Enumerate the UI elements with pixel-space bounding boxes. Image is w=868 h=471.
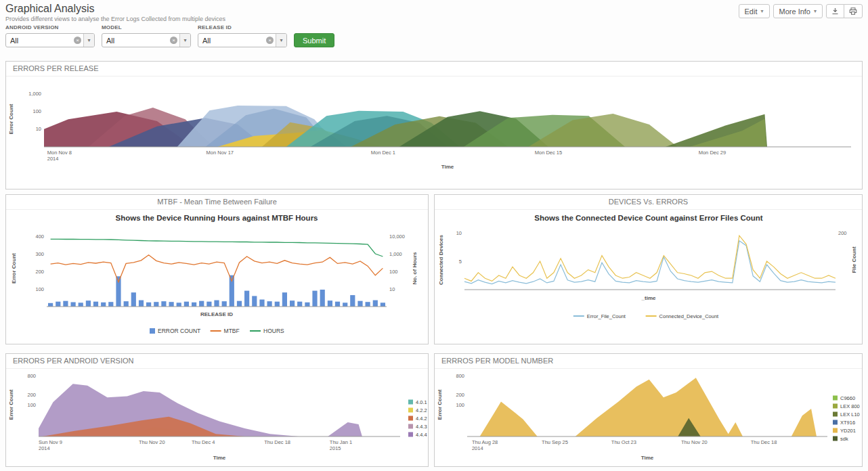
download-icon: [831, 7, 839, 15]
svg-text:2014: 2014: [472, 445, 483, 451]
android-version-select[interactable]: All × ▾: [5, 33, 95, 47]
svg-text:Time: Time: [213, 455, 226, 461]
svg-text:Thu Aug 28: Thu Aug 28: [472, 439, 498, 445]
svg-text:800: 800: [27, 373, 36, 379]
release-id-label: RELEASE ID: [198, 24, 287, 30]
panel-title-errors-per-model-number: ERRROS PER MODEL NUMBER: [435, 354, 862, 369]
panel-title-errors-per-android-version: ERRORS PER ANDROID VERSION: [6, 354, 428, 369]
toolbar: Edit ▾ More Info ▾: [739, 4, 863, 18]
chevron-down-icon[interactable]: ▾: [276, 34, 286, 47]
page-subtitle: Provides different views to analyse the …: [5, 16, 225, 22]
svg-text:10: 10: [456, 230, 462, 236]
export-button-group: [826, 4, 863, 18]
svg-text:Error Count: Error Count: [11, 253, 17, 284]
svg-text:4.4.2: 4.4.2: [416, 416, 427, 422]
edit-button[interactable]: Edit ▾: [739, 4, 770, 18]
svg-text:Mon Nov 8: Mon Nov 8: [47, 150, 72, 156]
svg-text:Thu Dec 18: Thu Dec 18: [751, 439, 777, 445]
submit-button[interactable]: Submit: [294, 33, 334, 47]
svg-text:Thu Dec 18: Thu Dec 18: [264, 439, 290, 445]
android-version-label: ANDROID VERSION: [5, 24, 95, 30]
svg-text:ERROR COUNT: ERROR COUNT: [158, 328, 200, 334]
svg-text:1,000: 1,000: [28, 91, 41, 97]
svg-text:300: 300: [35, 251, 44, 257]
mtbf-chart: Shows the Device Running Hours against M…: [6, 210, 428, 344]
svg-text:YD201: YD201: [840, 428, 856, 434]
svg-text:Thu Jan 1: Thu Jan 1: [330, 439, 352, 445]
svg-text:10,000: 10,000: [389, 233, 405, 240]
svg-text:_time: _time: [641, 295, 656, 301]
panel-title-mtbf: MTBF - Mean Time Between Failure: [6, 195, 428, 210]
svg-text:Mon Nov 17: Mon Nov 17: [207, 150, 234, 156]
model-select[interactable]: All × ▾: [102, 33, 191, 47]
svg-text:Connected Devices: Connected Devices: [438, 235, 444, 285]
svg-text:Error Count: Error Count: [8, 389, 14, 420]
svg-text:RELEASE ID: RELEASE ID: [200, 311, 233, 317]
release-id-value: All: [198, 37, 266, 45]
download-button[interactable]: [826, 4, 844, 18]
svg-text:Shows the Device Running Hours: Shows the Device Running Hours against M…: [115, 214, 318, 222]
clear-icon[interactable]: ×: [74, 37, 81, 44]
panel-title-devices-vs-errors: DEVICES Vs. ERRORS: [435, 195, 862, 210]
svg-text:4.0.1: 4.0.1: [416, 399, 427, 405]
svg-text:4.2.2: 4.2.2: [416, 407, 427, 413]
svg-text:XT916: XT916: [840, 420, 855, 426]
android-version-value: All: [6, 37, 74, 45]
svg-text:5: 5: [459, 259, 462, 265]
svg-text:Thu Nov 20: Thu Nov 20: [681, 439, 708, 445]
svg-text:sdk: sdk: [840, 436, 848, 442]
svg-text:100: 100: [32, 108, 41, 114]
clear-icon[interactable]: ×: [266, 37, 274, 44]
svg-text:200: 200: [35, 269, 44, 275]
edit-button-label: Edit: [745, 7, 758, 16]
svg-text:10: 10: [389, 286, 395, 292]
svg-text:Sun Nov 9: Sun Nov 9: [39, 439, 62, 445]
caret-down-icon: ▾: [814, 8, 817, 14]
svg-text:100: 100: [27, 402, 36, 408]
svg-text:C9660: C9660: [840, 395, 855, 401]
svg-text:No. of Hours: No. of Hours: [412, 252, 418, 285]
svg-text:Shows the Connected Device Cou: Shows the Connected Device Count against…: [534, 214, 763, 222]
svg-text:HOURS: HOURS: [263, 328, 284, 334]
svg-text:Time: Time: [441, 164, 454, 170]
page-title: Graphical Analysis: [5, 3, 225, 15]
chevron-down-icon[interactable]: ▾: [179, 34, 190, 47]
panel-mtbf: MTBF - Mean Time Between Failure Shows t…: [5, 194, 429, 344]
svg-text:Thu Oct 23: Thu Oct 23: [611, 439, 636, 445]
print-icon: [849, 7, 857, 15]
panel-devices-vs-errors: DEVICES Vs. ERRORS Shows the Connected D…: [434, 194, 863, 344]
svg-text:100: 100: [389, 269, 398, 275]
svg-text:100: 100: [35, 286, 44, 292]
svg-text:1,000: 1,000: [389, 251, 402, 257]
svg-text:Mon Dec 15: Mon Dec 15: [535, 150, 562, 156]
svg-text:4.4.4: 4.4.4: [416, 432, 427, 438]
svg-text:200: 200: [456, 392, 464, 398]
svg-text:Time: Time: [641, 455, 654, 461]
svg-text:100: 100: [456, 402, 464, 408]
svg-text:200: 200: [838, 230, 847, 236]
svg-text:LEX 800: LEX 800: [840, 403, 860, 409]
errors-per-model-number-chart: 800200100Thu Aug 282014Thu Sep 25Thu Oct…: [435, 369, 862, 466]
svg-text:400: 400: [35, 233, 44, 240]
svg-text:Thu Dec 4: Thu Dec 4: [192, 439, 215, 445]
svg-text:Thu Sep 25: Thu Sep 25: [542, 439, 568, 445]
svg-text:Thu Nov 20: Thu Nov 20: [139, 439, 165, 445]
panel-errors-per-android-version: ERRORS PER ANDROID VERSION 800200100Sun …: [5, 353, 429, 467]
svg-text:800: 800: [456, 373, 464, 379]
svg-text:2015: 2015: [330, 445, 341, 451]
svg-text:Error Count: Error Count: [8, 104, 14, 134]
svg-text:4.4.3: 4.4.3: [416, 424, 427, 430]
more-info-button[interactable]: More Info ▾: [773, 4, 823, 18]
svg-text:Connected_Device_Count: Connected_Device_Count: [659, 313, 719, 319]
release-id-select[interactable]: All × ▾: [198, 33, 287, 47]
svg-text:Error Count: Error Count: [437, 389, 443, 420]
svg-text:10: 10: [36, 126, 41, 132]
chevron-down-icon[interactable]: ▾: [83, 34, 94, 47]
svg-text:200: 200: [27, 392, 36, 398]
caret-down-icon: ▾: [761, 8, 764, 14]
svg-text:Mon Dec 29: Mon Dec 29: [699, 150, 726, 156]
clear-icon[interactable]: ×: [170, 37, 177, 44]
android-version-filter: ANDROID VERSION All × ▾: [5, 24, 95, 47]
print-button[interactable]: [844, 4, 863, 18]
svg-text:Mon Dec 1: Mon Dec 1: [371, 150, 395, 156]
